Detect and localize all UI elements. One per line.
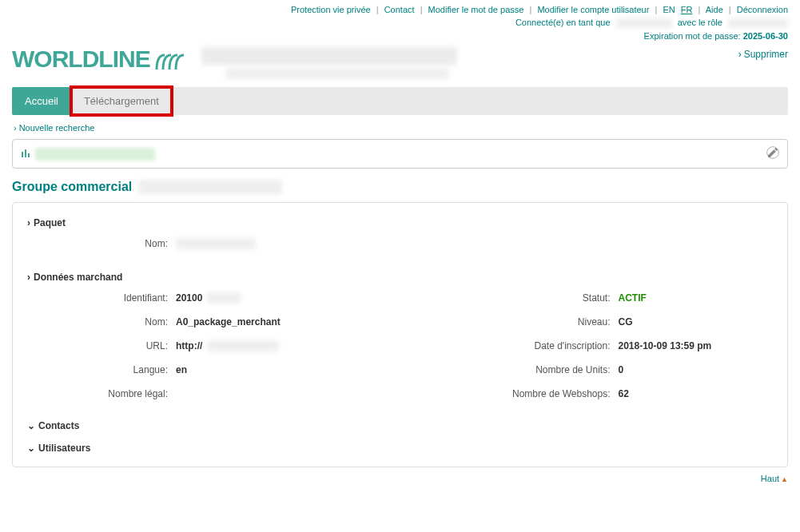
- change-password-link[interactable]: Modifier le mot de passe: [428, 5, 524, 14]
- contact-link[interactable]: Contact: [384, 5, 415, 14]
- reg-label: Date d'inscription:: [419, 340, 619, 351]
- svg-rect-2: [28, 153, 30, 157]
- url-value: http://: [176, 340, 202, 351]
- lang-value: en: [176, 364, 187, 375]
- bars-icon: [21, 149, 30, 160]
- page-header: Groupe commercial: [12, 180, 788, 194]
- main-tabs: Accueil Téléchargement: [12, 87, 788, 115]
- connected-prefix: Connecté(e) en tant que: [515, 18, 611, 27]
- page-header-value-redacted: [138, 180, 282, 194]
- lang-en-link[interactable]: EN: [663, 5, 675, 14]
- searchbar-value-redacted: [35, 148, 155, 161]
- status-label: Statut:: [419, 292, 619, 304]
- connected-row: Connecté(e) en tant que avec le rôle: [12, 16, 788, 30]
- nom-label: Nom:: [32, 316, 176, 328]
- searchbar-card: [12, 139, 788, 169]
- marchand-left-col: Identifiant: 20100 Nom: A0_package_merch…: [32, 292, 387, 412]
- top-links-bar: Protection vie privée | Contact | Modifi…: [12, 0, 788, 16]
- page-title-redacted-block: [201, 46, 738, 79]
- tab-telechargement[interactable]: Téléchargement: [71, 87, 172, 115]
- help-link[interactable]: Aide: [706, 5, 723, 14]
- url-label: URL:: [32, 340, 176, 351]
- section-users[interactable]: Utilisateurs: [27, 443, 773, 454]
- section-paquet[interactable]: Paquet: [27, 217, 773, 228]
- units-value: 0: [619, 364, 624, 375]
- logo-text: WORLDLINE: [12, 46, 150, 73]
- units-label: Nombre de Units:: [419, 364, 619, 375]
- logout-link[interactable]: Déconnexion: [737, 5, 788, 14]
- delete-link[interactable]: Supprimer: [738, 46, 788, 60]
- back-to-top-link[interactable]: Haut: [761, 474, 779, 483]
- change-user-link[interactable]: Modifier le compte utilisateur: [537, 5, 649, 14]
- id-value-redacted-part: [207, 292, 241, 304]
- tab-accueil[interactable]: Accueil: [12, 87, 71, 115]
- status-value: ACTIF: [619, 292, 647, 304]
- paquet-nom-value-redacted: [176, 238, 256, 249]
- edit-icon[interactable]: [766, 146, 779, 161]
- level-label: Niveau:: [419, 316, 619, 328]
- lang-fr-link[interactable]: FR: [681, 5, 693, 14]
- logo-stripes-icon: [155, 46, 185, 73]
- connected-role-prefix: avec le rôle: [678, 18, 722, 27]
- detail-card: Paquet Nom: Données marchand Identifiant…: [12, 202, 788, 467]
- page-header-label: Groupe commercial: [12, 180, 132, 194]
- privacy-link[interactable]: Protection vie privée: [291, 5, 371, 14]
- password-expiry-row: Expiration mot de passe: 2025-06-30: [12, 30, 788, 46]
- worldline-logo: WORLDLINE: [12, 46, 185, 73]
- expiry-label: Expiration mot de passe:: [644, 31, 741, 41]
- paquet-nom-label: Nom:: [32, 238, 176, 249]
- section-contacts[interactable]: Contacts: [27, 420, 773, 431]
- section-marchand[interactable]: Données marchand: [27, 272, 773, 283]
- connected-role-redacted: [728, 18, 788, 28]
- webshops-label: Nombre de Webshops:: [419, 388, 619, 399]
- svg-rect-0: [22, 152, 23, 157]
- marchand-right-col: Statut: ACTIF Niveau: CG Date d'inscript…: [419, 292, 774, 412]
- svg-rect-1: [25, 149, 26, 157]
- webshops-value: 62: [619, 388, 629, 399]
- nom-value: A0_package_merchant: [176, 316, 281, 328]
- id-label: Identifiant:: [32, 292, 176, 304]
- expiry-date: 2025-06-30: [743, 31, 788, 41]
- lang-label: Langue:: [32, 364, 176, 375]
- new-search-link[interactable]: Nouvelle recherche: [14, 123, 788, 133]
- url-value-redacted-part: [207, 340, 279, 351]
- id-value: 20100: [176, 292, 202, 304]
- connected-user-redacted: [616, 18, 672, 28]
- level-value: CG: [619, 316, 633, 328]
- reg-value: 2018-10-09 13:59 pm: [619, 340, 712, 351]
- legal-label: Nombre légal:: [32, 388, 176, 399]
- triangle-up-icon: ▲: [781, 475, 788, 483]
